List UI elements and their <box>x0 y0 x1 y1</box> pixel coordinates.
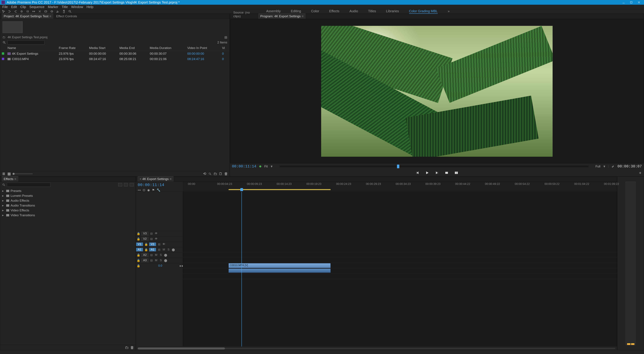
track-lane-a3[interactable] <box>183 279 617 284</box>
track-name[interactable]: A2 <box>142 253 148 257</box>
folder-audio-effects[interactable]: Audio Effects <box>2 198 134 203</box>
close-icon[interactable]: ≡ <box>50 15 51 18</box>
snap-icon[interactable]: ⊶ <box>138 188 141 192</box>
program-playhead[interactable] <box>397 165 399 168</box>
workspace-audio[interactable]: Audio <box>350 9 358 14</box>
track-lane-v3[interactable] <box>183 252 617 257</box>
toggle-output-icon[interactable]: 👁 <box>154 237 158 241</box>
track-header-v2[interactable]: 🔒 V2 ⊟ 👁 <box>136 236 183 242</box>
timeline-wrench-icon[interactable]: 🔧 <box>157 188 160 192</box>
mute-icon[interactable]: M <box>162 248 166 251</box>
add-marker-icon[interactable]: ◉ <box>147 188 150 192</box>
find-icon[interactable] <box>208 172 212 176</box>
step-back-button[interactable] <box>415 170 420 175</box>
col-mediadur[interactable]: Media Duration <box>148 45 186 51</box>
col-videoin2[interactable]: Vi <box>220 45 230 51</box>
play-button[interactable] <box>425 170 430 175</box>
sync-lock-icon[interactable]: ⊟ <box>149 253 154 257</box>
voice-over-icon[interactable]: ⬤ <box>163 253 168 257</box>
sync-lock-icon[interactable]: ⊟ <box>149 232 154 235</box>
selection-tool-icon[interactable] <box>2 10 5 13</box>
folder-video-transitions[interactable]: Video Transitions <box>2 213 134 218</box>
track-lane-a2[interactable] <box>183 274 617 279</box>
col-name[interactable]: Name <box>6 45 57 51</box>
track-name[interactable]: A1 <box>149 248 156 251</box>
rolling-edit-icon[interactable] <box>26 10 30 13</box>
mute-icon[interactable]: M <box>154 253 158 257</box>
thumbnail-size-slider[interactable] <box>12 173 33 174</box>
sync-lock-icon[interactable]: ⊟ <box>149 259 154 262</box>
menu-clip[interactable]: Clip <box>19 5 27 9</box>
table-row[interactable]: C0010.MP4 23.976 fps 08:24:47:16 08:25:0… <box>0 56 230 62</box>
list-view-button[interactable]: ≣ <box>2 172 6 176</box>
accelerated-effects-filter-icon[interactable] <box>118 183 122 186</box>
sync-lock-icon[interactable]: ⊟ <box>149 237 154 241</box>
track-header-a2[interactable]: 🔒 A2 ⊟ M S ⬤ <box>136 252 183 258</box>
voice-over-icon[interactable]: ⬤ <box>171 248 176 251</box>
folder-presets[interactable]: Presets <box>2 188 134 193</box>
timeline-clip-audio[interactable] <box>228 269 330 273</box>
project-search-input[interactable] <box>8 41 44 45</box>
solo-icon[interactable]: S <box>166 248 171 251</box>
search-icon[interactable] <box>2 183 5 186</box>
workspace-libraries[interactable]: Libraries <box>386 9 399 14</box>
menu-title[interactable]: Title <box>60 5 69 9</box>
tab-menu-icon[interactable]: ≡ <box>302 15 304 18</box>
zoom-fit-dropdown[interactable]: Fit <box>264 165 268 168</box>
list-view-icon[interactable]: ▤ <box>224 36 227 39</box>
col-videoin[interactable]: Video In Point <box>186 45 220 51</box>
track-name[interactable]: V2 <box>142 237 148 241</box>
timeline-zoom-bar[interactable] <box>136 346 617 350</box>
program-viewer[interactable] <box>230 19 644 164</box>
toggle-output-icon[interactable]: 👁 <box>162 243 166 246</box>
timeline-playhead[interactable] <box>240 188 243 191</box>
lock-icon[interactable]: 🔒 <box>136 259 141 262</box>
workspace-effects[interactable]: Effects <box>329 9 340 14</box>
table-row[interactable]: 4K Export Settings 23.976 fps 00:00:00:0… <box>0 51 230 57</box>
expand-master-icon[interactable]: ▸◂ <box>180 264 183 268</box>
lock-icon[interactable]: 🔒 <box>136 232 141 235</box>
timeline-settings-icon[interactable]: ⚑ <box>152 188 155 192</box>
menu-sequence[interactable]: Sequence <box>28 5 46 9</box>
menu-edit[interactable]: Edit <box>10 5 18 9</box>
tab-sequence[interactable]: × 4K Export Settings≡ <box>138 176 174 182</box>
new-bin-icon[interactable]: 🗀 <box>214 172 217 176</box>
track-header-v3[interactable]: 🔒 V3 ⊟ 👁 <box>136 231 183 236</box>
mute-icon[interactable]: M <box>154 259 158 262</box>
tab-source[interactable]: Source: (no clips) <box>232 10 257 19</box>
timeline-zoom-thumb[interactable] <box>138 347 225 349</box>
timeline-playhead-line[interactable] <box>242 192 242 346</box>
col-framerate[interactable]: Frame Rate <box>57 45 88 51</box>
razor-tool-icon[interactable] <box>38 10 42 13</box>
toggle-output-icon[interactable]: 👁 <box>154 232 158 235</box>
workspace-assembly[interactable]: Assembly <box>266 9 281 14</box>
maximize-button[interactable] <box>628 1 635 4</box>
tab-effects[interactable]: Effects≡ <box>2 176 18 182</box>
automate-to-sequence-icon[interactable]: ⟲ <box>203 172 206 176</box>
icon-view-button[interactable]: ▦ <box>7 172 11 176</box>
folder-lumetri-presets[interactable]: Lumetri Presets <box>2 193 134 198</box>
menu-marker[interactable]: Marker <box>46 5 60 9</box>
track-select-back-icon[interactable] <box>14 10 18 13</box>
settings-wrench-icon[interactable] <box>612 165 614 168</box>
yuv-filter-icon[interactable] <box>130 183 134 186</box>
tab-project[interactable]: Project: 4K Export Settings Test≡ <box>2 14 53 19</box>
timeline-timecode[interactable]: 00:00:11:14 <box>138 183 181 187</box>
master-level[interactable]: 0.0 <box>141 264 180 267</box>
linked-selection-icon[interactable]: ⊡ <box>143 188 145 192</box>
delete-custom-item-icon[interactable]: 🗑 <box>130 346 134 349</box>
ripple-edit-icon[interactable] <box>20 10 24 13</box>
sync-lock-icon[interactable]: ⊟ <box>157 243 162 246</box>
workspace-editing[interactable]: Editing <box>291 9 301 14</box>
rate-stretch-icon[interactable] <box>32 10 36 13</box>
workspace-titles[interactable]: Titles <box>368 9 376 14</box>
32bit-filter-icon[interactable] <box>124 183 128 186</box>
track-header-master[interactable]: 🔒 0.0 ▸◂ <box>136 263 183 268</box>
lock-icon[interactable]: 🔒 <box>144 248 148 251</box>
delete-icon[interactable]: 🗑 <box>224 172 228 176</box>
audio-meter[interactable] <box>626 182 636 345</box>
solo-icon[interactable]: S <box>158 259 163 262</box>
track-lane-v2[interactable] <box>183 257 617 263</box>
folder-video-effects[interactable]: Video Effects <box>2 208 134 213</box>
step-forward-button[interactable] <box>434 170 439 175</box>
